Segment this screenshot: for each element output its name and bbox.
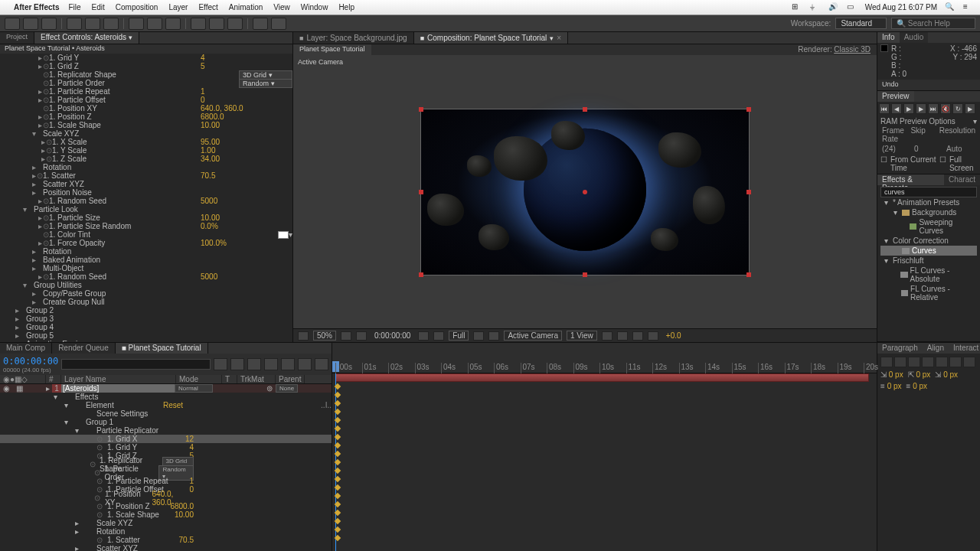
- fast-preview-icon[interactable]: [617, 331, 628, 341]
- roi-icon[interactable]: [473, 331, 484, 341]
- ec-property-row[interactable]: ⊙1. Replicator Shape3D Grid ▾: [0, 70, 292, 79]
- framerate-dropdown[interactable]: (24): [880, 144, 913, 154]
- ec-property-row[interactable]: ▸Scatter XYZ: [0, 180, 292, 188]
- ec-property-row[interactable]: ▸⊙1. X Scale95.00: [0, 138, 292, 146]
- menu-file[interactable]: File: [68, 3, 80, 11]
- hide-shy-icon[interactable]: [247, 358, 261, 370]
- ep-item[interactable]: FL Curves - Absolute: [880, 266, 977, 284]
- comp-mini-flowchart-icon[interactable]: [214, 358, 227, 370]
- snapshot-icon[interactable]: [418, 331, 429, 341]
- ec-property-row[interactable]: ▸⊙1. Grid Z5: [0, 62, 292, 70]
- tab-info[interactable]: Info: [877, 32, 900, 43]
- ec-property-row[interactable]: ▸Group 5: [0, 331, 292, 340]
- ec-property-row[interactable]: ▸Copy/Paste Group: [0, 289, 292, 298]
- grid-icon[interactable]: [298, 331, 309, 341]
- timeline-graph[interactable]: [332, 373, 877, 551]
- ep-item[interactable]: ▾* Animation Presets: [880, 197, 977, 207]
- ep-item[interactable]: ▾Color Correction: [880, 236, 977, 246]
- show-snapshot-icon[interactable]: [433, 331, 444, 341]
- indent-first[interactable]: 0 px: [916, 370, 930, 379]
- ec-property-row[interactable]: ▸⊙1. Particle Offset0: [0, 96, 292, 104]
- tab-effect-controls[interactable]: Effect Controls: Asteroids ▾: [34, 32, 139, 44]
- viewer-timecode[interactable]: 0:00:00:00: [371, 331, 413, 340]
- ec-property-row[interactable]: ▸⊙1. Grid Y4: [0, 54, 292, 62]
- layer-name[interactable]: [Asteroids]: [61, 384, 175, 393]
- resolution-dropdown[interactable]: Full: [449, 331, 469, 341]
- pixel-aspect-icon[interactable]: [602, 331, 612, 341]
- wifi-icon[interactable]: ⏚: [810, 2, 821, 13]
- ec-property-row[interactable]: ⊙1. Color Tint ▾: [0, 230, 292, 239]
- comp-subtab[interactable]: Planet Space Tutorial: [293, 44, 371, 55]
- ec-property-row[interactable]: ▸⊙1. Scatter70.5: [0, 171, 292, 180]
- next-frame-button[interactable]: ▶: [916, 103, 926, 114]
- tl-property-row[interactable]: ▾Effects: [0, 393, 332, 401]
- last-frame-button[interactable]: ⏭: [928, 103, 939, 114]
- ec-property-row[interactable]: ▾Group Utilities: [0, 281, 292, 289]
- ec-property-row[interactable]: ▸Group 2: [0, 306, 292, 315]
- ep-item[interactable]: FL Curves - Relative: [880, 284, 977, 302]
- align-center-button[interactable]: [894, 357, 906, 367]
- mute-button[interactable]: 🔇: [940, 103, 951, 114]
- indent-left[interactable]: 0 px: [889, 370, 903, 379]
- ec-property-row[interactable]: ▸⊙1. Position Z6800.0: [0, 112, 292, 121]
- ec-property-row[interactable]: ▸⊙1. Particle Size10.00: [0, 214, 292, 222]
- status-icon[interactable]: ⊞: [792, 2, 802, 13]
- tab-render-queue[interactable]: Render Queue: [52, 343, 116, 354]
- tl-property-row[interactable]: ⊙1. Grid Y4: [0, 443, 332, 452]
- tl-property-row[interactable]: ▸Rotation: [0, 527, 332, 536]
- tl-property-row[interactable]: ▸Scale XYZ: [0, 519, 332, 527]
- camera-dropdown[interactable]: Active Camera: [504, 331, 562, 341]
- tl-property-row[interactable]: ▾ElementReset..I..: [0, 401, 332, 409]
- tl-property-row[interactable]: ▾Group 1: [0, 418, 332, 426]
- pen-tool[interactable]: [147, 18, 162, 30]
- channel-icon[interactable]: [356, 331, 367, 341]
- align-left-button[interactable]: [880, 357, 893, 367]
- selection-tool[interactable]: [5, 18, 20, 30]
- flowchart-icon[interactable]: [648, 331, 658, 341]
- ec-property-row[interactable]: ⊙1. Position XY640.0, 360.0: [0, 104, 292, 112]
- composition-viewer[interactable]: Active Camera: [293, 55, 877, 328]
- timeline-search[interactable]: [61, 359, 211, 370]
- eraser-tool[interactable]: [227, 18, 243, 30]
- ec-property-row[interactable]: ▸Animation Engine: [0, 340, 292, 342]
- menu-layer[interactable]: Layer: [168, 3, 188, 11]
- graph-editor-icon[interactable]: [315, 358, 328, 370]
- tab-audio[interactable]: Audio: [900, 32, 929, 43]
- frame-blend-icon[interactable]: [264, 358, 278, 370]
- play-button[interactable]: ▶: [903, 103, 914, 114]
- ec-property-row[interactable]: ▸⊙1. Y Scale1.00: [0, 146, 292, 155]
- ec-property-row[interactable]: ▸Multi-Object: [0, 264, 292, 272]
- justify-right-button[interactable]: [949, 357, 962, 367]
- full-screen-checkbox[interactable]: Full Screen: [949, 155, 977, 172]
- rotation-tool[interactable]: [67, 18, 82, 30]
- ep-item[interactable]: ▾Backgrounds: [880, 207, 977, 217]
- renderer-value[interactable]: Classic 3D: [834, 45, 871, 54]
- tab-layer-viewer[interactable]: ■ Layer: Space Background.jpg: [293, 32, 414, 44]
- ec-property-row[interactable]: ▸Group 4: [0, 323, 292, 331]
- timeline-layer-row[interactable]: ◉ ▦ ▸ 1 [Asteroids] Normal ⊚ None: [0, 384, 332, 393]
- menubar-clock[interactable]: Wed Aug 21 6:07 PM: [865, 3, 937, 11]
- loop-button[interactable]: ↻: [952, 103, 963, 114]
- ec-property-row[interactable]: ▸⊙1. Particle Repeat1: [0, 87, 292, 96]
- chevron-down-icon[interactable]: ▾: [973, 117, 977, 126]
- ec-property-row[interactable]: ▸Rotation: [0, 163, 292, 171]
- zoom-dropdown[interactable]: 50%: [313, 331, 336, 341]
- tab-interact[interactable]: Interact: [949, 343, 980, 354]
- tab-align[interactable]: Align: [923, 343, 949, 354]
- tab-composition-viewer[interactable]: ■ Composition: Planet Space Tutorial ▾ ×: [414, 32, 568, 44]
- tab-preview[interactable]: Preview: [877, 91, 914, 102]
- workspace-dropdown[interactable]: Standard: [835, 18, 887, 29]
- tl-property-row[interactable]: ⊙1. Grid X12: [0, 435, 332, 443]
- views-dropdown[interactable]: 1 View: [567, 331, 597, 341]
- motion-blur-icon[interactable]: [281, 358, 295, 370]
- menu-animation[interactable]: Animation: [229, 3, 263, 11]
- skip-dropdown[interactable]: 0: [913, 144, 945, 154]
- tab-effects-presets[interactable]: Effects & Presets: [877, 174, 944, 185]
- timeline-timecode[interactable]: 0:00:00:00: [3, 356, 58, 367]
- ram-preview-button[interactable]: ▶: [965, 103, 975, 114]
- ec-property-row[interactable]: ▾Particle Look: [0, 205, 292, 214]
- tl-property-row[interactable]: ⊙1. Scale Shape10.00: [0, 510, 332, 519]
- exposure-value[interactable]: +0.0: [663, 331, 684, 340]
- draft-3d-icon[interactable]: [230, 358, 244, 370]
- brainstorm-icon[interactable]: [298, 358, 312, 370]
